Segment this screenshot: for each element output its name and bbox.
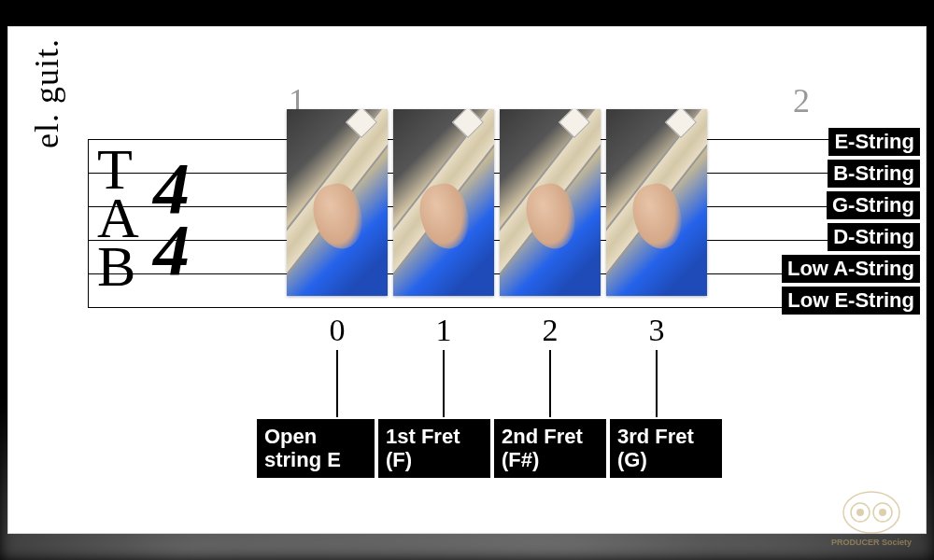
tab-clef: T A B	[97, 145, 139, 290]
leader-lines-row	[287, 350, 707, 417]
staff-line-6	[88, 307, 900, 308]
photo-fret-1	[393, 109, 494, 296]
fret-numbers-row: 0 1 2 3	[287, 313, 707, 348]
fret-number: 2	[500, 313, 601, 348]
fret-number: 3	[606, 313, 707, 348]
svg-point-3	[856, 509, 864, 516]
string-label-g: G-String	[827, 191, 920, 219]
time-sig-bottom: 4	[153, 219, 184, 281]
fret-label-open: Open string E	[257, 419, 375, 478]
string-label-high-e: E-String	[828, 128, 920, 156]
photo-open-string	[287, 109, 388, 296]
fret-labels-row: Open string E 1st Fret (F) 2nd Fret (F#)…	[257, 419, 722, 478]
tab-letter-b: B	[97, 242, 139, 290]
leader-line	[500, 350, 601, 417]
fret-number: 0	[287, 313, 388, 348]
string-label-low-a: Low A-String	[782, 255, 920, 283]
watermark-logo: PRODUCER Society	[820, 489, 923, 554]
svg-point-4	[879, 509, 886, 516]
fret-label-2: 2nd Fret (F#)	[494, 419, 606, 478]
fret-photos-row	[287, 109, 707, 296]
logo-text: PRODUCER Society	[820, 538, 923, 547]
barline-start	[88, 139, 89, 307]
string-labels-column: E-String B-String G-String D-String Low …	[782, 128, 920, 315]
leader-line	[393, 350, 494, 417]
string-label-d: D-String	[828, 223, 920, 251]
fret-label-1: 1st Fret (F)	[378, 419, 490, 478]
speaker-icon	[820, 489, 923, 536]
photo-fret-3	[606, 109, 707, 296]
fret-number: 1	[393, 313, 494, 348]
svg-point-0	[843, 492, 899, 533]
leader-line	[287, 350, 388, 417]
string-label-low-e: Low E-String	[782, 287, 920, 315]
time-signature: 4 4	[153, 158, 184, 281]
photo-fret-2	[500, 109, 601, 296]
leader-line	[606, 350, 707, 417]
bar-number-2: 2	[793, 81, 810, 120]
string-label-b: B-String	[828, 160, 920, 188]
instrument-label: el. guit.	[27, 38, 66, 148]
fret-label-3: 3rd Fret (G)	[610, 419, 722, 478]
tab-diagram-card: el. guit. 1 2 T A B 4 4 0 1 2 3	[7, 26, 927, 534]
